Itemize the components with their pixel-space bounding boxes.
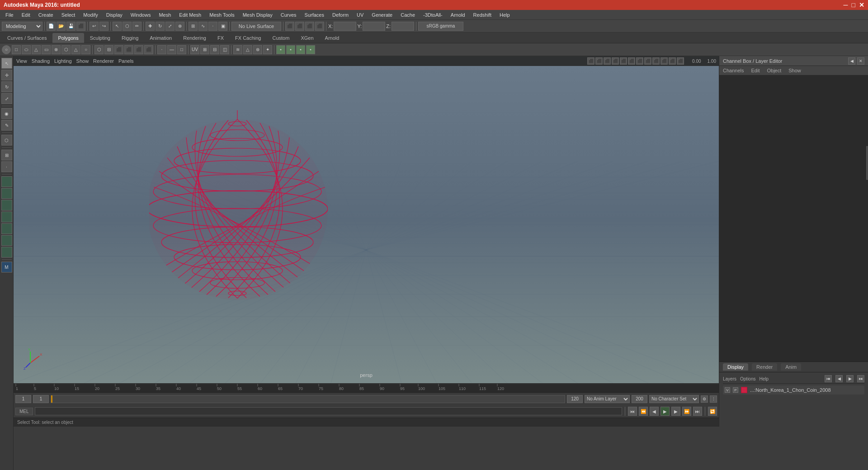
tab-arnold[interactable]: Arnold (320, 33, 345, 43)
menu-modify[interactable]: Modify (80, 11, 101, 19)
display-toggle-7[interactable] (1, 247, 12, 258)
vp-icon-9[interactable]: ⬛ (652, 57, 660, 65)
viewport-panels-menu[interactable]: Panels (118, 58, 134, 64)
render-current-icon[interactable]: ⬛ (285, 22, 294, 31)
display-render-icon[interactable]: ⬛ (305, 22, 314, 31)
anim-options-icon[interactable]: ⋮ (710, 395, 717, 403)
anim-layer-dropdown[interactable]: No Anim Layer (585, 395, 630, 403)
object-tab[interactable]: Object (767, 68, 781, 73)
vp-icon-11[interactable]: ⬛ (669, 57, 676, 65)
scale-icon[interactable]: ⤢ (165, 22, 175, 31)
channel-box-icon-2[interactable]: ✕ (857, 57, 864, 65)
universal-manip-icon[interactable]: ⊕ (175, 22, 184, 31)
menu-edit[interactable]: Edit (18, 11, 34, 19)
cleanup-icon[interactable]: ✦ (263, 45, 272, 54)
step-back-button[interactable]: ◀ (650, 407, 659, 416)
lasso-icon[interactable]: ⬡ (123, 22, 132, 31)
options-menu[interactable]: Options (740, 376, 755, 381)
maya-logo-button[interactable]: M (1, 262, 12, 273)
menu-curves[interactable]: Curves (277, 11, 300, 19)
layer-next-key-btn[interactable]: ⏭ (857, 375, 864, 382)
character-set-dropdown[interactable]: No Character Set (649, 395, 699, 403)
paint-weights-icon[interactable]: ▪ (286, 45, 295, 54)
menu-mesh-display[interactable]: Mesh Display (239, 11, 276, 19)
edit-tab[interactable]: Edit (751, 68, 760, 73)
ipr-icon[interactable]: ⬛ (295, 22, 304, 31)
play-button[interactable]: ▶ (660, 407, 670, 416)
display-tab[interactable]: Display (723, 363, 748, 371)
pipe-tool-icon[interactable]: ○ (81, 45, 90, 54)
mirror-icon[interactable]: ◫ (220, 45, 229, 54)
rotate-tool-button[interactable]: ↻ (1, 81, 12, 92)
sphere-tool-icon[interactable]: ○ (2, 45, 11, 54)
no-live-surface-button[interactable]: No Live Surface (231, 22, 281, 31)
viewport-show-menu[interactable]: Show (76, 58, 89, 64)
workspace-dropdown[interactable]: Modeling (2, 22, 42, 31)
step-back-key-button[interactable]: ⏪ (639, 407, 648, 416)
display-toggle-5[interactable] (1, 223, 12, 234)
save-as-icon[interactable]: ⬛ (76, 22, 85, 31)
z-field[interactable] (392, 22, 414, 31)
display-face-icon[interactable]: □ (177, 45, 186, 54)
script-input[interactable] (35, 407, 622, 415)
step-forward-button[interactable]: ▶ (671, 407, 680, 416)
vp-icon-12[interactable]: ⬛ (677, 57, 684, 65)
layer-prev-key-btn[interactable]: ⏮ (825, 375, 832, 382)
tab-curves-surfaces[interactable]: Curves / Surfaces (2, 33, 52, 43)
tab-custom[interactable]: Custom (267, 33, 295, 43)
menu-arnold[interactable]: Arnold (447, 11, 469, 19)
move-icon[interactable]: ✚ (146, 22, 155, 31)
undo-icon[interactable]: ↩ (90, 22, 99, 31)
new-file-icon[interactable]: 📄 (47, 22, 56, 31)
save-file-icon[interactable]: 💾 (66, 22, 75, 31)
go-to-end-button[interactable]: ⏭ (693, 407, 702, 416)
layer-name-label[interactable]: ...:North_Korea_1_Chon_Coin_2008 (750, 387, 831, 393)
extrude-icon[interactable]: ⬛ (114, 45, 123, 54)
snap-grid-icon[interactable]: ⊞ (189, 22, 198, 31)
polygon-edit-icon[interactable]: ⬡ (94, 45, 104, 54)
menu-display[interactable]: Display (103, 11, 126, 19)
menu-create[interactable]: Create (35, 11, 57, 19)
show-tab[interactable]: Show (788, 68, 801, 73)
snap-to-grid-button[interactable]: ⊞ (1, 150, 12, 160)
menu-cache[interactable]: Cache (397, 11, 419, 19)
display-vertex-icon[interactable]: · (157, 45, 166, 54)
display-toggle-3[interactable] (1, 200, 12, 211)
paint-icon[interactable]: ✏ (132, 22, 142, 31)
move-tool-button[interactable]: ✛ (1, 70, 12, 80)
display-toggle-4[interactable] (1, 212, 12, 222)
select-icon[interactable]: ↖ (113, 22, 122, 31)
loop-button[interactable]: 🔁 (708, 407, 717, 416)
combine-icon[interactable]: ⊞ (200, 45, 209, 54)
minimize-button[interactable]: ─ (844, 1, 848, 9)
menu-3dtoall[interactable]: -3DtoAll- (420, 11, 446, 19)
render-settings-icon[interactable]: ⬛ (315, 22, 324, 31)
open-file-icon[interactable]: 📂 (57, 22, 66, 31)
menu-file[interactable]: File (2, 11, 17, 19)
layers-menu[interactable]: Layers (723, 376, 736, 381)
prism-tool-icon[interactable]: ⬡ (61, 45, 71, 54)
menu-select[interactable]: Select (58, 11, 79, 19)
tab-rendering[interactable]: Rendering (178, 33, 212, 43)
paint-skin-icon[interactable]: ▪ (276, 45, 285, 54)
vp-icon-7[interactable]: ⬛ (636, 57, 643, 65)
render-tab[interactable]: Render (752, 363, 777, 371)
tab-fx-caching[interactable]: FX Caching (230, 33, 266, 43)
cube-tool-icon[interactable]: □ (12, 45, 21, 54)
vp-icon-8[interactable]: ⬛ (644, 57, 651, 65)
display-toggle-1[interactable] (1, 176, 12, 187)
menu-uv[interactable]: UV (353, 11, 367, 19)
vp-icon-6[interactable]: ⬛ (628, 57, 635, 65)
tab-animation[interactable]: Animation (144, 33, 177, 43)
attribute-editor-tab[interactable]: Attribute Editor (866, 146, 868, 180)
merge-icon[interactable]: ⬛ (124, 45, 133, 54)
bridge-icon[interactable]: ⬛ (134, 45, 143, 54)
anim-tab[interactable]: Anim (781, 363, 801, 371)
split-poly-icon[interactable]: ⊟ (104, 45, 113, 54)
vp-icon-4[interactable]: ⬛ (612, 57, 619, 65)
layer-prev-btn[interactable]: ◀ (835, 375, 843, 382)
snap-curve-icon[interactable]: ∿ (198, 22, 208, 31)
srgb-button[interactable]: sRGB gamma (418, 22, 463, 31)
vp-icon-3[interactable]: ⬛ (604, 57, 611, 65)
menu-windows[interactable]: Windows (127, 11, 155, 19)
